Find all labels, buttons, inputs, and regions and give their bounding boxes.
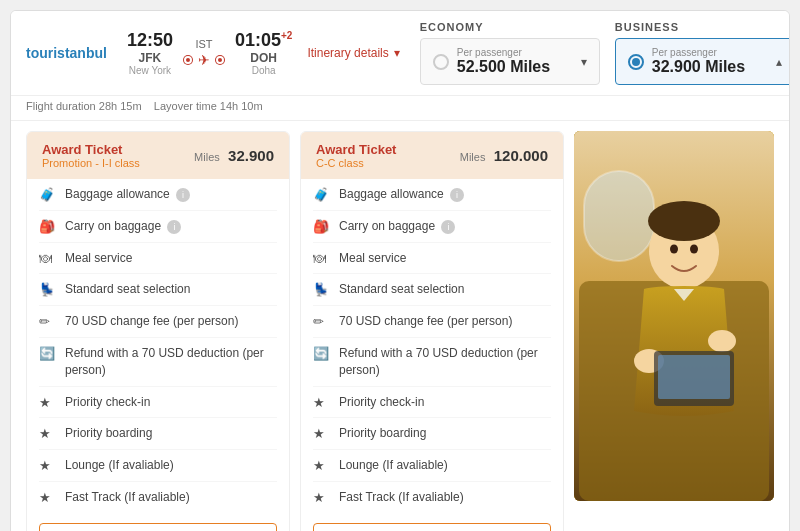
flight-duration: Flight duration 28h 15m [26, 100, 142, 112]
arrival-time: 01:05+2 [235, 30, 292, 51]
feature-text: Standard seat selection [339, 281, 464, 298]
seat-icon: 💺 [39, 282, 57, 297]
feature-text: Refund with a 70 USD deduction (per pers… [339, 345, 551, 379]
business-price: Per passenger 32.900 Miles [652, 47, 745, 76]
select-flight-btn-1[interactable]: Select this flight [39, 523, 277, 531]
card2-class-label: C-C class [316, 157, 396, 169]
business-dropdown-icon[interactable]: ▴ [776, 55, 782, 69]
change-icon: ✏ [39, 314, 57, 329]
logo: touristanbul [26, 45, 107, 61]
stop-dot-2 [216, 56, 224, 64]
svg-rect-11 [658, 355, 730, 399]
image-panel-inner [574, 131, 774, 501]
feature-text: Baggage allowance i [339, 186, 464, 203]
card1-features: 🧳 Baggage allowance i 🎒 Carry on baggage… [27, 179, 289, 513]
business-option: BUSINESS Per passenger 32.900 Miles ▴ [615, 21, 790, 85]
arrival-info: 01:05+2 DOH Doha [235, 30, 292, 76]
flight-duration-row: Flight duration 28h 15m Layover time 14h… [11, 96, 789, 121]
business-class-svg [574, 131, 774, 501]
carryon-icon: 🎒 [313, 219, 331, 234]
feature-row: 🔄 Refund with a 70 USD deduction (per pe… [313, 338, 551, 387]
feature-row: 🧳 Baggage allowance i [39, 179, 277, 211]
ticket-card-1: Award Ticket Promotion - I-I class Miles… [26, 131, 290, 531]
card2-miles-value: 120.000 [494, 147, 548, 164]
fasttrack-icon: ★ [313, 490, 331, 505]
card1-award-label: Award Ticket [42, 142, 140, 157]
path-line: ✈ [181, 52, 227, 68]
feature-row: ★ Lounge (If avaliable) [39, 450, 277, 482]
feature-row: ★ Priority check-in [313, 387, 551, 419]
feature-row: ✏ 70 USD change fee (per person) [39, 306, 277, 338]
economy-per-pax: Per passenger [457, 47, 550, 58]
departure-time: 12:50 [127, 30, 173, 51]
feature-text: Meal service [65, 250, 132, 267]
feature-row: 🍽 Meal service [39, 243, 277, 275]
departure-code: JFK [139, 51, 162, 65]
business-radio[interactable] [628, 54, 644, 70]
feature-row: ✏ 70 USD change fee (per person) [313, 306, 551, 338]
business-label: BUSINESS [615, 21, 790, 33]
itinerary-label: Itinerary details [307, 46, 388, 60]
select-flight-btn-2[interactable]: Select this flight [313, 523, 551, 531]
flight-route: 12:50 JFK New York IST ✈ 01:05+2 [127, 30, 293, 76]
feature-row: 🎒 Carry on baggage i [313, 211, 551, 243]
itinerary-button[interactable]: Itinerary details ▾ [307, 46, 399, 60]
stopover-code: IST [195, 38, 212, 50]
business-row[interactable]: Per passenger 32.900 Miles ▴ [615, 38, 790, 85]
departure-city: New York [129, 65, 171, 76]
economy-miles: 52.500 Miles [457, 58, 550, 76]
baggage-icon: 🧳 [39, 187, 57, 202]
feature-text: Refund with a 70 USD deduction (per pers… [65, 345, 277, 379]
info-icon[interactable]: i [441, 220, 455, 234]
card2-award-label: Award Ticket [316, 142, 396, 157]
feature-text: Meal service [339, 250, 406, 267]
economy-dropdown-icon[interactable]: ▾ [581, 55, 587, 69]
flight-bar: touristanbul 12:50 JFK New York IST ✈ [11, 11, 789, 96]
feature-row: 🍽 Meal service [313, 243, 551, 275]
lounge-icon: ★ [39, 458, 57, 473]
feature-row: ★ Fast Track (If avaliable) [313, 482, 551, 513]
itinerary-chevron-icon: ▾ [394, 46, 400, 60]
logo-part1: tour [26, 45, 53, 61]
meal-icon: 🍽 [313, 251, 331, 266]
feature-text: Lounge (If avaliable) [65, 457, 174, 474]
info-icon[interactable]: i [167, 220, 181, 234]
layover-time: Layover time 14h 10m [154, 100, 263, 112]
info-icon[interactable]: i [450, 188, 464, 202]
priority-checkin-icon: ★ [313, 395, 331, 410]
ticket-card-2: Award Ticket C-C class Miles 120.000 🧳 B… [300, 131, 564, 531]
business-class-image [574, 131, 774, 501]
feature-text: Fast Track (If avaliable) [339, 489, 464, 506]
refund-icon: 🔄 [39, 346, 57, 361]
feature-row: 💺 Standard seat selection [313, 274, 551, 306]
svg-point-5 [648, 201, 720, 241]
main-container: touristanbul 12:50 JFK New York IST ✈ [10, 10, 790, 531]
feature-text: 70 USD change fee (per person) [339, 313, 512, 330]
feature-text: Fast Track (If avaliable) [65, 489, 190, 506]
flight-path: IST ✈ [181, 38, 227, 68]
priority-boarding-icon: ★ [39, 426, 57, 441]
feature-text: Carry on baggage i [65, 218, 181, 235]
card2-header-left: Award Ticket C-C class [316, 142, 396, 169]
card1-class-label: Promotion - I-I class [42, 157, 140, 169]
economy-row[interactable]: Per passenger 52.500 Miles ▾ [420, 38, 600, 85]
info-icon[interactable]: i [176, 188, 190, 202]
lounge-icon: ★ [313, 458, 331, 473]
feature-row: ★ Fast Track (If avaliable) [39, 482, 277, 513]
card1-miles-prefix: Miles [194, 151, 220, 163]
economy-radio[interactable] [433, 54, 449, 70]
priority-boarding-icon: ★ [313, 426, 331, 441]
change-icon: ✏ [313, 314, 331, 329]
card1-miles: Miles 32.900 [194, 147, 274, 164]
priority-checkin-icon: ★ [39, 395, 57, 410]
fare-selector: ECONOMY Per passenger 52.500 Miles ▾ BUS… [420, 21, 790, 85]
arrival-code: DOH [250, 51, 277, 65]
feature-row: ★ Lounge (If avaliable) [313, 450, 551, 482]
logo-part2: istanbul [53, 45, 107, 61]
seat-icon: 💺 [313, 282, 331, 297]
feature-text: Baggage allowance i [65, 186, 190, 203]
feature-text: Lounge (If avaliable) [339, 457, 448, 474]
card2-miles-prefix: Miles [460, 151, 486, 163]
business-miles: 32.900 Miles [652, 58, 745, 76]
feature-text: Priority boarding [339, 425, 426, 442]
